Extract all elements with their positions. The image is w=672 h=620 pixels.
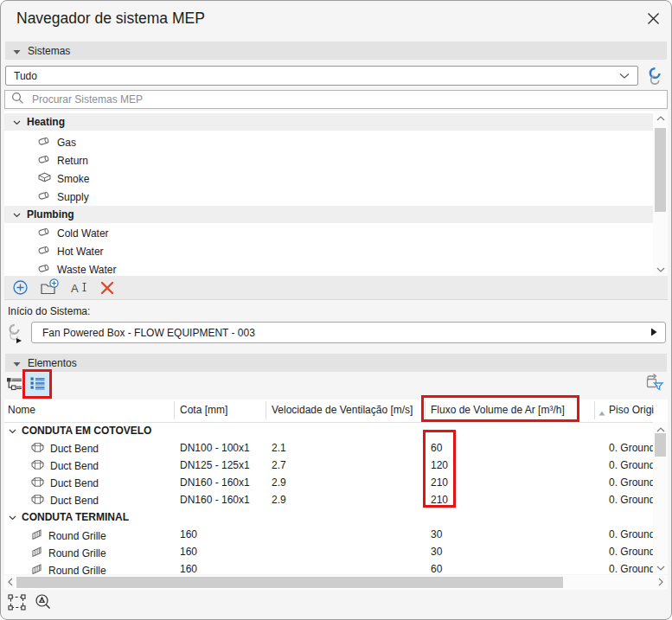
chevron-down-icon (13, 116, 21, 128)
tree-item[interactable]: Cold Water (37, 224, 109, 242)
scroll-left-icon[interactable] (4, 575, 16, 590)
row-fluxo-cell: 120 (431, 459, 448, 471)
chevron-down-icon (619, 70, 630, 82)
duct-bend-icon (30, 494, 45, 508)
tree-group-plumbing[interactable]: Plumbing (4, 206, 653, 223)
scroll-up-icon[interactable] (653, 111, 668, 125)
system-start-value: Fan Powered Box - FLOW EQUIPMENT - 003 (42, 327, 255, 339)
horizontal-scrollbar[interactable] (4, 575, 668, 590)
table-row[interactable]: Round Grille160600. Ground (4, 560, 653, 574)
column-header-label: Nome (8, 404, 35, 416)
scroll-down-icon[interactable] (653, 560, 668, 574)
row-name-label: Duct Bend (50, 443, 99, 455)
column-header[interactable]: Fluxo de Volume de Ar [m³/h] (431, 404, 565, 416)
delete-icon[interactable] (100, 281, 114, 295)
table-scrollbar[interactable] (653, 422, 668, 574)
bottom-toolbar (8, 593, 52, 610)
row-name-label: Round Grille (48, 530, 106, 542)
marquee-select-icon[interactable] (8, 594, 26, 610)
new-folder-icon[interactable] (40, 278, 60, 297)
list-view-icon[interactable] (26, 373, 49, 396)
duct-icon (37, 171, 52, 186)
column-header[interactable]: Cota [mm] (180, 404, 227, 416)
pipe-icon (37, 226, 52, 240)
tree-scrollbar[interactable] (653, 111, 668, 276)
mep-system-navigator-window: Navegador de sistema MEP Sistemas Tudo H… (0, 0, 672, 620)
close-icon[interactable] (647, 12, 660, 28)
row-cota-cell: DN100 - 100x1 (180, 442, 250, 454)
column-header-label: Velocidade de Ventilação [m/s] (272, 404, 413, 416)
row-fluxo-cell: 30 (431, 528, 442, 540)
scrollbar-thumb[interactable] (655, 128, 666, 212)
svg-text:A: A (71, 282, 79, 295)
table-group-row[interactable]: CONDUTA EM COTOVELO (4, 422, 653, 439)
add-icon[interactable] (12, 279, 29, 296)
row-cota-cell: DN125 - 125x1 (180, 459, 250, 471)
systems-tree: HeatingGasReturnSmokeSupplyPlumbingCold … (4, 111, 668, 276)
scroll-right-icon[interactable] (655, 575, 667, 590)
row-name-label: Duct Bend (50, 477, 99, 489)
row-name-label: Round Grille (48, 565, 106, 574)
row-name-cell: Round Grille (30, 546, 106, 561)
row-piso-cell: 0. Ground (609, 528, 655, 540)
collapse-triangle-icon (13, 45, 21, 57)
system-filter-dropdown[interactable]: Tudo (5, 66, 638, 86)
column-separator (425, 401, 426, 419)
table-row[interactable]: Duct BendDN125 - 125x12.71200. Ground (4, 457, 653, 474)
tree-item-label: Waste Water (57, 264, 116, 276)
row-fluxo-cell: 60 (431, 563, 442, 574)
tree-item[interactable]: Return (37, 151, 88, 169)
chevron-down-icon (9, 425, 16, 437)
table-group-label: CONDUTA EM COTOVELO (22, 425, 151, 437)
elements-table: NomeCota [mm]Velocidade de Ventilação [m… (4, 399, 668, 574)
tree-item[interactable]: Supply (37, 188, 89, 206)
column-header[interactable]: Nome (8, 404, 35, 416)
system-start-icon[interactable] (5, 323, 26, 348)
table-row[interactable]: Duct BendDN160 - 160x12.92100. Ground (4, 491, 653, 508)
column-header[interactable]: Piso Origi (609, 404, 654, 416)
system-start-dropdown[interactable]: Fan Powered Box - FLOW EQUIPMENT - 003 (31, 322, 666, 343)
tree-view-icon[interactable] (6, 376, 23, 393)
table-row[interactable]: Duct BendDN160 - 160x12.92100. Ground (4, 474, 653, 491)
pipe-icon (37, 153, 52, 168)
scroll-down-icon[interactable] (653, 262, 668, 276)
tree-item[interactable]: Hot Water (37, 242, 104, 260)
search-field[interactable] (4, 90, 668, 109)
scrollbar-thumb[interactable] (16, 577, 563, 588)
section-label: Elementos (28, 357, 77, 369)
row-cota-cell: DN160 - 160x1 (180, 494, 250, 506)
row-piso-cell: 0. Ground (609, 546, 655, 558)
row-cota-cell: DN160 - 160x1 (180, 476, 250, 489)
section-header-elementos[interactable]: Elementos (5, 354, 667, 372)
tree-item-label: Smoke (57, 173, 89, 185)
row-name-label: Round Grille (48, 547, 106, 559)
table-row[interactable]: Duct BendDN100 - 100x12.1600. Ground (4, 439, 653, 457)
table-row[interactable]: Round Grille160300. Ground (4, 543, 653, 560)
tree-item[interactable]: Gas (37, 133, 76, 151)
duct-bend-icon (30, 442, 45, 456)
section-header-sistemas[interactable]: Sistemas (5, 42, 667, 60)
search-input[interactable] (30, 93, 553, 106)
table-group-row[interactable]: CONDUTA TERMINAL (4, 508, 653, 526)
pipe-icon (37, 135, 52, 150)
tree-item[interactable]: Smoke (37, 169, 89, 188)
table-header-row: NomeCota [mm]Velocidade de Ventilação [m… (4, 399, 653, 423)
pipe-icon (37, 244, 52, 259)
round-grille-icon (30, 546, 43, 561)
scrollbar-thumb[interactable] (655, 433, 666, 457)
column-separator (594, 401, 595, 419)
tree-item[interactable]: Waste Water (37, 260, 116, 276)
collapse-triangle-icon (13, 357, 21, 369)
row-name-cell: Duct Bend (30, 442, 99, 456)
rename-icon[interactable]: A (71, 280, 89, 295)
tree-group-heating[interactable]: Heating (4, 113, 653, 131)
column-header-label: Cota [mm] (180, 404, 227, 416)
column-header-label: Fluxo de Volume de Ar [m³/h] (431, 404, 565, 416)
element-filter-icon[interactable] (644, 373, 665, 395)
table-row[interactable]: Round Grille160300. Ground (4, 526, 653, 543)
column-header-label: Piso Origi (609, 404, 654, 416)
column-header[interactable]: Velocidade de Ventilação [m/s] (272, 404, 413, 416)
row-name-cell: Round Grille (30, 528, 106, 544)
zoom-object-icon[interactable] (35, 593, 52, 610)
mep-system-icon[interactable] (646, 65, 667, 88)
